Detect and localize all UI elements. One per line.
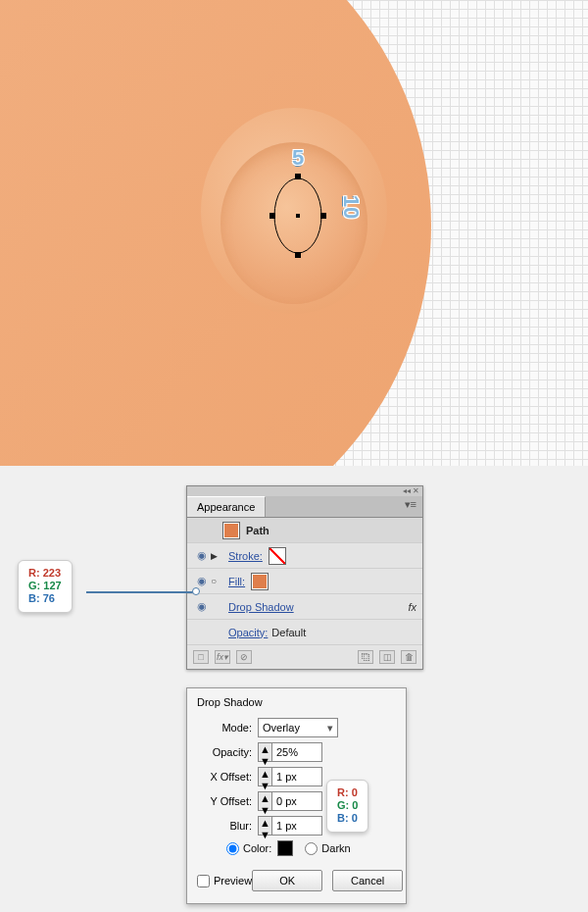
opacity-label: Opacity: [197,746,252,758]
fill-row[interactable]: ◉ ○ Fill: [187,569,422,594]
opacity-value: Default [271,627,306,638]
darkness-radio[interactable]: Darkn [305,842,350,855]
trash-icon[interactable]: 🗑 [401,650,416,664]
fx-menu-icon[interactable]: fx▾ [215,650,230,664]
mode-select[interactable]: Overlay [258,718,338,737]
mode-label: Mode: [197,722,252,734]
anchor-center[interactable] [296,214,300,218]
yoffset-label: Y Offset: [197,795,252,807]
callout-leader-dot [192,587,200,595]
artboard-canvas[interactable]: 5 10 [0,0,588,466]
cancel-button[interactable]: Cancel [332,870,403,891]
dialog-title: Drop Shadow [197,696,396,708]
duplicate-icon[interactable]: ⿻ [358,650,373,664]
shadow-color-swatch[interactable] [277,840,293,856]
fill-label[interactable]: Fill: [228,576,245,587]
target-icon[interactable]: ○ [211,576,222,586]
fill-rgb-callout: R: 223 G: 127 B: 76 [18,560,73,613]
fill-swatch[interactable] [251,573,269,590]
opacity-input[interactable]: ▲▼25% [258,742,322,762]
path-swatch [222,522,240,539]
anchor-left[interactable] [270,213,275,219]
appearance-panel: ◂◂ ✕ Appearance ▾≡ Path ◉ ▶ Stroke: ◉ ○ … [186,485,423,670]
selected-ellipse-path[interactable] [272,177,323,255]
path-label: Path [246,525,270,536]
panel-menu-icon[interactable]: ▾≡ [399,496,422,517]
drop-shadow-row[interactable]: ◉ Drop Shadow fx [187,594,422,620]
dimension-width-label: 5 [292,145,304,171]
anchor-top[interactable] [295,174,301,179]
opacity-label[interactable]: Opacity: [228,627,268,638]
panel-titlebar[interactable]: ◂◂ ✕ [187,486,422,496]
stroke-label[interactable]: Stroke: [228,550,263,562]
shadow-rgb-callout: R: 0 G: 0 B: 0 [326,780,368,833]
xoffset-label: X Offset: [197,771,252,783]
new-icon[interactable]: ◫ [379,650,395,664]
color-radio[interactable]: Color: [226,842,271,855]
preview-checkbox[interactable]: Preview [197,875,252,887]
callout-leader-line [86,591,194,593]
drop-shadow-label[interactable]: Drop Shadow [228,601,294,613]
stroke-swatch-none[interactable] [269,547,286,565]
anchor-right[interactable] [320,213,326,219]
ok-button[interactable]: OK [252,870,322,891]
expand-icon[interactable]: ▶ [211,551,222,561]
fx-indicator[interactable]: fx [408,601,416,613]
new-art-icon[interactable]: □ [193,650,209,664]
visibility-eye-icon[interactable]: ◉ [193,575,211,587]
xoffset-input[interactable]: ▲▼1 px [258,767,322,786]
stroke-row[interactable]: ◉ ▶ Stroke: [187,543,422,569]
dimension-height-label: 10 [338,195,364,219]
panel-footer: □ fx▾ ⊘ ⿻ ◫ 🗑 [187,645,422,669]
visibility-eye-icon[interactable]: ◉ [193,549,211,562]
appearance-tab[interactable]: Appearance [187,496,266,517]
blur-label: Blur: [197,820,252,832]
visibility-eye-icon[interactable]: ◉ [193,600,211,613]
path-row[interactable]: Path [187,518,422,543]
clear-icon[interactable]: ⊘ [236,650,252,664]
anchor-bottom[interactable] [295,252,301,258]
opacity-row[interactable]: Opacity: Default [187,620,422,645]
yoffset-input[interactable]: ▲▼0 px [258,791,322,811]
blur-input[interactable]: ▲▼1 px [258,816,322,836]
drop-shadow-dialog: Drop Shadow Mode: Overlay Opacity: ▲▼25%… [186,687,407,904]
